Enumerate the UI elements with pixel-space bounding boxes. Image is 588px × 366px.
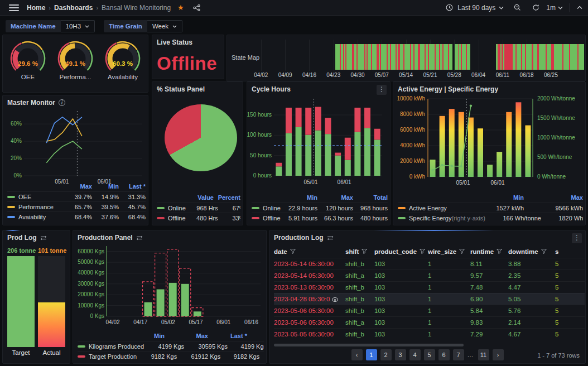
eye-icon[interactable] [332, 297, 338, 302]
filter-funnel-icon[interactable] [541, 249, 547, 254]
axis-label: 4000 kWh [400, 142, 425, 148]
table-cell-date: 2023-04-28 05:30:0 [274, 296, 345, 302]
pagination-page-11[interactable]: 11 [478, 349, 489, 360]
pagination-prev-button[interactable]: ‹ [351, 349, 363, 360]
pagination-page-2[interactable]: 2 [380, 349, 392, 360]
offline-state-segment [504, 44, 513, 70]
master-monitor-chart-canvas[interactable]: 0%20%40%60%05/0106/01 [3, 108, 148, 188]
bar-gauge-label: Actual [38, 349, 65, 356]
refresh-interval-picker[interactable]: 1m [546, 4, 556, 12]
info-icon[interactable]: i [59, 99, 65, 106]
share-icon[interactable] [193, 4, 200, 11]
x-axis-label: 06/11 [496, 72, 509, 78]
pagination-page-7[interactable]: 7 [453, 349, 464, 360]
x-axis-label: 04/09 [278, 72, 292, 78]
table-row[interactable]: 2023-05-05 05:30:00shift_b10317.294.675 [274, 328, 585, 340]
column-header-runtime[interactable]: runtime [470, 248, 508, 255]
legend-row: OEE 39.7% 14.9% 31.3% [7, 191, 146, 201]
filter-funnel-icon[interactable] [459, 249, 465, 254]
state-block [455, 44, 470, 70]
series-toggle[interactable]: Avaiability [18, 214, 63, 220]
energy-chart-canvas[interactable]: 0 kWh2000 kWh4000 kWh6000 kWh8000 kWh100… [393, 94, 585, 188]
online-state-segment [570, 44, 577, 70]
energy-legend: Min Max Active Energy 1527 kWh 9566 kWh … [398, 194, 583, 223]
bar-online [315, 131, 321, 176]
legend-row: Avaiability 68.4% 37.6% 68.4% [7, 211, 146, 221]
status-pie-chart[interactable] [165, 104, 237, 171]
pagination-page-1[interactable]: 1 [366, 349, 377, 360]
table-cell-wire_size: 1 [428, 272, 470, 279]
time-grain-select[interactable]: Week [147, 20, 182, 32]
refresh-icon[interactable] [532, 4, 539, 11]
pagination-page-3[interactable]: 3 [395, 349, 406, 360]
series-toggle[interactable]: Kilograms Produced [89, 343, 144, 350]
time-range-picker[interactable]: Last 90 days [457, 4, 495, 12]
menu-icon[interactable] [9, 4, 19, 11]
series-toggle[interactable]: Active Energy [409, 205, 447, 211]
table-row[interactable]: 2023-04-28 05:30:0shift_b10316.905.055 [274, 293, 585, 305]
horizontal-scrollbar-thumb[interactable] [274, 344, 464, 346]
table-cell-product_code: 103 [374, 319, 428, 326]
series-toggle[interactable]: Offline [263, 215, 281, 221]
breadcrumb-separator: › [49, 4, 51, 11]
filter-funnel-icon[interactable] [420, 249, 425, 254]
bar-kilograms-produced [169, 283, 177, 316]
favorite-star-icon[interactable]: ★ [177, 3, 184, 12]
axis-label: 20000 Kgs [78, 291, 104, 297]
column-header-shift[interactable]: shift [345, 248, 374, 255]
pagination-page-5[interactable]: 5 [424, 349, 435, 360]
series-toggle[interactable]: Online [263, 205, 281, 211]
axis-label: 2000 Wh/tonne [537, 95, 575, 102]
filter-funnel-icon[interactable] [290, 249, 296, 254]
table-cell-wire_size: 1 [428, 296, 470, 302]
machine-name-select[interactable]: 10H3 [61, 20, 95, 32]
series-toggle[interactable]: Performance [18, 204, 63, 210]
axis-label: 05/01 [303, 179, 317, 185]
gauge-availability: 60.3 %Availability [100, 40, 146, 80]
panel-menu-icon[interactable]: ⋮ [572, 233, 582, 243]
gauge-label: Performa... [52, 74, 98, 80]
column-header-product_code[interactable]: product_code [374, 248, 428, 255]
series-toggle[interactable]: Online [168, 205, 186, 211]
breadcrumb-home[interactable]: Home [27, 4, 45, 12]
x-axis-label: 06/18 [520, 72, 534, 78]
series-toggle[interactable]: Target Production [89, 353, 137, 360]
panel-menu-icon[interactable]: ⋮ [377, 85, 387, 95]
bar-online [305, 135, 311, 176]
table-row[interactable]: 2023-05-14 05:30:00shift_a10319.572.355 [274, 269, 585, 281]
pagination-info: 1 - 7 of 73 rows [537, 352, 580, 359]
chevron-down-icon[interactable] [558, 6, 563, 9]
state-map-chart-canvas[interactable]: 04/0204/0904/1604/2304/3005/0705/1405/21… [244, 40, 584, 74]
table-row[interactable]: 2023-05-06 05:30:00shift_b10315.845.765 [274, 305, 585, 316]
column-header-date[interactable]: date [274, 248, 345, 255]
table-row[interactable]: 2023-05-13 05:30:00shift_b10317.484.475 [274, 281, 585, 293]
panel-title: Master Monitor [7, 99, 55, 107]
table-row[interactable]: 2023-05-06 05:30:00shift_a10319.832.145 [274, 316, 585, 328]
filter-funnel-icon[interactable] [497, 249, 502, 254]
zoom-out-icon[interactable] [514, 4, 521, 11]
column-header-downtime[interactable]: downtime [508, 248, 555, 255]
chevron-down-icon[interactable] [499, 6, 504, 9]
table-cell-wire_size: 1 [428, 307, 470, 314]
column-header-wire_size[interactable]: wire_size [428, 248, 470, 255]
cycle-hours-chart-canvas[interactable]: 0 hours50 hours100 hours150 hours05/0106… [247, 94, 387, 188]
pagination-page-6[interactable]: 6 [438, 349, 450, 360]
table-cell-wire_size: 1 [428, 331, 470, 338]
production-chart-canvas[interactable]: 0 Kgs10000 Kgs20000 Kgs30000 Kgs40000 Kg… [73, 243, 266, 331]
table-row[interactable]: 2023-05-14 05:30:00shift_b10318.113.885 [274, 258, 585, 269]
prod-log-panel: Prod Log 206 tonneTarget101 tonneActual [2, 230, 70, 364]
series-toggle[interactable]: Specific Energy [409, 215, 451, 221]
axis-label: 60.3 % [113, 60, 133, 67]
breadcrumb-dashboards[interactable]: Dashboards [54, 4, 93, 12]
series-toggle[interactable]: OEE [18, 194, 63, 200]
state-block [335, 44, 452, 70]
collapse-topbar-icon[interactable] [577, 6, 582, 9]
series-toggle[interactable]: Offline [168, 215, 186, 221]
pagination-page-4[interactable]: 4 [409, 349, 421, 360]
axis-label: 6000 kWh [400, 127, 425, 133]
pagination-next-button[interactable]: › [493, 349, 504, 360]
filter-funnel-icon[interactable] [362, 249, 367, 254]
bar-active-energy [468, 118, 474, 177]
column-header-s[interactable]: s [555, 248, 585, 255]
series-swatch [157, 207, 165, 209]
